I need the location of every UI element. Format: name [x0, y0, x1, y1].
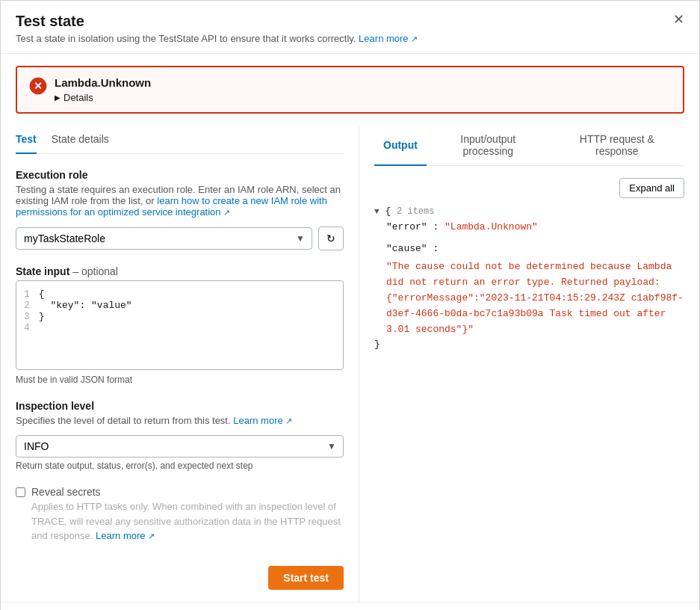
execution-role-dropdown-row: myTaskStateRole ▼ ↻ — [16, 227, 344, 250]
error-content: Lambda.Unknown ▶ Details — [55, 76, 151, 103]
tab-http-request-response[interactable]: HTTP request & response — [550, 126, 684, 166]
json-error-key: "error" — [386, 221, 427, 232]
json-items-count: 2 items — [397, 206, 434, 217]
refresh-icon: ↻ — [326, 232, 335, 244]
state-input-editor[interactable]: 1 2 3 4 { "key": "value" } — [16, 280, 344, 370]
code-content[interactable]: { "key": "value" } — [39, 289, 335, 362]
refresh-button[interactable]: ↻ — [318, 227, 344, 250]
inspection-level-select[interactable]: INFO DEBUG TRACE — [16, 435, 344, 458]
inspection-level-label: Inspection level — [16, 400, 344, 412]
reveal-secrets-content: Reveal secrets Applies to HTTP tasks onl… — [31, 486, 344, 543]
left-tabs: Test State details — [16, 126, 344, 154]
modal-subtitle: Test a state in isolation using the Test… — [16, 33, 418, 44]
modal-title: Test state — [16, 13, 418, 30]
modal-subtitle-text: Test a state in isolation using the Test… — [16, 33, 356, 44]
reveal-secrets-description: Applies to HTTP tasks only. When combine… — [31, 499, 344, 543]
state-input-label: State input – optional — [16, 265, 344, 277]
error-title: Lambda.Unknown — [55, 76, 151, 89]
svg-text:✕: ✕ — [34, 80, 43, 92]
reveal-secrets-title: Reveal secrets — [31, 486, 344, 498]
tab-input-output-processing[interactable]: Input/output processing — [427, 126, 550, 166]
reveal-secrets-link[interactable]: Learn more ↗ — [96, 530, 155, 541]
json-cause-value: "The cause could not be determined becau… — [386, 259, 684, 337]
start-test-button[interactable]: Start test — [268, 566, 344, 590]
state-input-section: State input – optional 1 2 3 4 { "key": … — [16, 265, 344, 385]
reveal-secrets-checkbox[interactable] — [16, 487, 25, 497]
reveal-secrets-section: Reveal secrets Applies to HTTP tasks onl… — [16, 486, 344, 543]
inspection-level-description: Return state output, status, error(s), a… — [16, 460, 344, 471]
inspection-level-select-wrapper: INFO DEBUG TRACE ▼ — [16, 435, 344, 458]
json-error-value: "Lambda.Unknown" — [445, 221, 538, 232]
execution-role-select-wrapper: myTaskStateRole ▼ — [16, 227, 312, 250]
learn-more-link[interactable]: Learn more ↗ — [359, 33, 418, 44]
json-error-line: "error" : "Lambda.Unknown" — [386, 220, 684, 235]
execution-role-label: Execution role — [16, 169, 344, 181]
error-details-toggle[interactable]: ▶ Details — [55, 92, 93, 103]
line-numbers: 1 2 3 4 — [24, 289, 30, 362]
inspection-level-section: Inspection level Specifies the level of … — [16, 400, 344, 471]
error-details-label: Details — [64, 92, 93, 103]
json-open-brace: { — [385, 206, 397, 217]
modal-header: Test state Test a state in isolation usi… — [1, 1, 699, 54]
chevron-right-icon: ▶ — [55, 93, 61, 102]
right-panel: Output Input/output processing HTTP requ… — [359, 126, 684, 602]
state-input-hint: Must be in valid JSON format — [16, 375, 344, 385]
inspection-level-link[interactable]: Learn more ↗ — [233, 415, 292, 426]
json-body: "error" : "Lambda.Unknown" "cause" : "Th… — [386, 220, 684, 338]
json-output: ▼ { 2 items "error" : "Lambda.Unknown" "… — [374, 204, 684, 353]
left-panel: Test State details Execution role Testin… — [16, 126, 359, 602]
modal-body: Test State details Execution role Testin… — [1, 126, 699, 602]
inspection-level-desc-text: Specifies the level of detail to return … — [16, 415, 231, 426]
json-cause-line: "cause" : — [386, 241, 684, 257]
close-button[interactable]: ✕ — [673, 13, 684, 26]
error-banner: ✕ Lambda.Unknown ▶ Details — [16, 66, 684, 114]
json-cause-section: "cause" : "The cause could not be determ… — [386, 241, 684, 338]
tab-test[interactable]: Test — [16, 126, 37, 154]
tab-output[interactable]: Output — [374, 126, 427, 166]
inspection-level-desc: Specifies the level of detail to return … — [16, 415, 344, 426]
execution-role-desc: Testing a state requires an execution ro… — [16, 184, 344, 218]
json-close-brace: } — [374, 337, 684, 353]
error-icon: ✕ — [29, 77, 47, 95]
modal-title-area: Test state Test a state in isolation usi… — [16, 13, 418, 44]
modal-footer: ⧉ Copy TestState API response Done — [1, 602, 699, 611]
json-root-line: ▼ { 2 items — [374, 204, 684, 220]
collapse-arrow-icon[interactable]: ▼ — [374, 207, 380, 216]
output-tabs: Output Input/output processing HTTP requ… — [374, 126, 684, 166]
json-cause-key: "cause" — [386, 243, 427, 254]
expand-all-button[interactable]: Expand all — [619, 178, 684, 198]
output-toolbar: Expand all — [374, 178, 684, 198]
test-state-modal: Test state Test a state in isolation usi… — [0, 0, 700, 610]
execution-role-select[interactable]: myTaskStateRole — [16, 227, 312, 250]
execution-role-section: Execution role Testing a state requires … — [16, 169, 344, 250]
tab-state-details[interactable]: State details — [52, 126, 109, 154]
